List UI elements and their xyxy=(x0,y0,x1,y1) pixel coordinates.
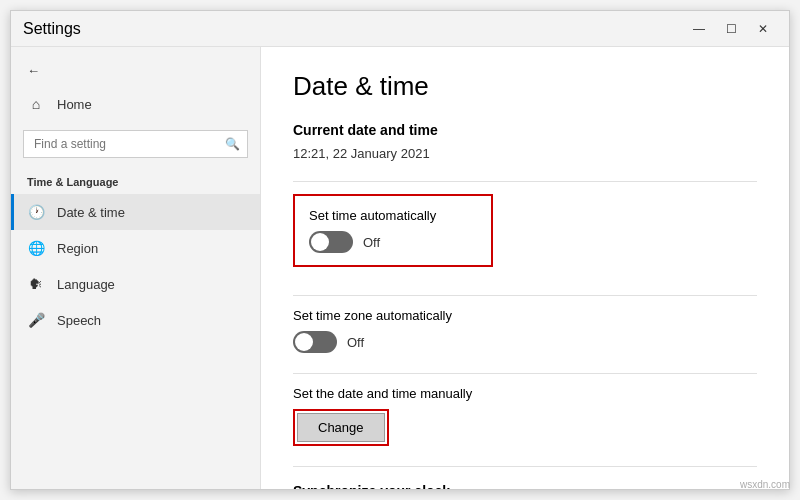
search-icon: 🔍 xyxy=(225,137,240,151)
main-content: Date & time Current date and time 12:21,… xyxy=(261,47,789,489)
watermark: wsxdn.com xyxy=(740,479,790,490)
page-title: Date & time xyxy=(293,71,757,102)
search-input[interactable] xyxy=(23,130,248,158)
sidebar-item-label-region: Region xyxy=(57,241,98,256)
titlebar-controls: — ☐ ✕ xyxy=(685,19,777,39)
content-area: ← ⌂ Home 🔍 Time & Language 🕐 Date & time… xyxy=(11,47,789,489)
sidebar-item-label-speech: Speech xyxy=(57,313,101,328)
manual-datetime-label: Set the date and time manually xyxy=(293,386,757,401)
set-time-auto-toggle-row: Off xyxy=(309,231,477,253)
current-datetime-value: 12:21, 22 January 2021 xyxy=(293,146,757,161)
maximize-button[interactable]: ☐ xyxy=(717,19,745,39)
manual-datetime-group: Set the date and time manually Change xyxy=(293,386,757,446)
set-timezone-auto-toggle[interactable] xyxy=(293,331,337,353)
date-time-icon: 🕐 xyxy=(27,204,45,220)
language-icon: 🗣 xyxy=(27,276,45,292)
titlebar-title: Settings xyxy=(23,20,81,38)
divider-2 xyxy=(293,295,757,296)
sidebar-item-language[interactable]: 🗣 Language xyxy=(11,266,260,302)
minimize-button[interactable]: — xyxy=(685,19,713,39)
set-time-auto-label: Set time automatically xyxy=(309,208,477,223)
set-time-auto-toggle[interactable] xyxy=(309,231,353,253)
sidebar-item-label-date-time: Date & time xyxy=(57,205,125,220)
sidebar-item-label-language: Language xyxy=(57,277,115,292)
change-button[interactable]: Change xyxy=(297,413,385,442)
home-icon: ⌂ xyxy=(27,96,45,112)
sidebar-item-region[interactable]: 🌐 Region xyxy=(11,230,260,266)
sidebar-section-title: Time & Language xyxy=(11,166,260,194)
sync-title: Synchronize your clock xyxy=(293,483,757,489)
divider-1 xyxy=(293,181,757,182)
settings-window: Settings — ☐ ✕ ← ⌂ Home 🔍 Time & Languag… xyxy=(10,10,790,490)
divider-3 xyxy=(293,373,757,374)
titlebar: Settings — ☐ ✕ xyxy=(11,11,789,47)
set-time-auto-box: Set time automatically Off xyxy=(293,194,493,267)
set-timezone-auto-toggle-row: Off xyxy=(293,331,757,353)
sidebar-item-date-time[interactable]: 🕐 Date & time xyxy=(11,194,260,230)
sidebar: ← ⌂ Home 🔍 Time & Language 🕐 Date & time… xyxy=(11,47,261,489)
set-timezone-auto-status: Off xyxy=(347,335,364,350)
titlebar-left: Settings xyxy=(23,20,81,38)
sidebar-item-speech[interactable]: 🎤 Speech xyxy=(11,302,260,338)
back-icon: ← xyxy=(27,63,40,78)
set-timezone-auto-group: Set time zone automatically Off xyxy=(293,308,757,353)
home-label: Home xyxy=(57,97,92,112)
divider-4 xyxy=(293,466,757,467)
back-button[interactable]: ← xyxy=(11,55,260,86)
set-time-auto-status: Off xyxy=(363,235,380,250)
set-timezone-auto-label: Set time zone automatically xyxy=(293,308,757,323)
speech-icon: 🎤 xyxy=(27,312,45,328)
search-container: 🔍 xyxy=(23,130,248,158)
home-item[interactable]: ⌂ Home xyxy=(11,86,260,122)
region-icon: 🌐 xyxy=(27,240,45,256)
current-date-heading: Current date and time xyxy=(293,122,757,138)
close-button[interactable]: ✕ xyxy=(749,19,777,39)
change-button-box: Change xyxy=(293,409,389,446)
sync-section: Synchronize your clock Last successful t… xyxy=(293,483,757,489)
